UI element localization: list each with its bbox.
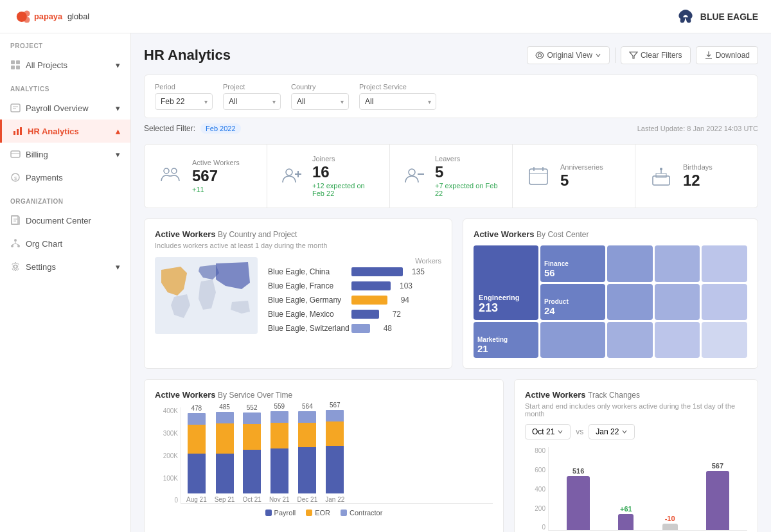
sep21-payroll xyxy=(216,454,234,493)
project-select[interactable]: All xyxy=(223,93,281,110)
cost-cell-4 xyxy=(655,245,700,281)
analytics-section-label: ANALYTICS xyxy=(0,76,130,96)
svg-point-2 xyxy=(24,17,30,23)
stat-card-leavers: Leavers 5 +7 expected on Feb 22 xyxy=(390,145,513,208)
cost-center-chart-card: Active Workers By Cost Center Engineerin… xyxy=(463,218,758,369)
germany-bar xyxy=(351,296,387,305)
filter-chip: Feb 2022 xyxy=(200,123,240,134)
bar-nov21: 559 Nov 21 xyxy=(269,403,290,503)
period-filter-group: Period Feb 22 xyxy=(155,83,213,110)
engineering-cell: Engineering 213 xyxy=(474,245,538,320)
country-row-china: Blue Eagle, China 135 xyxy=(268,267,441,276)
page-title: HR Analytics xyxy=(144,47,231,64)
cost-cell-5 xyxy=(702,245,747,281)
bar-aug21: 478 Aug 21 xyxy=(186,405,207,503)
svg-text:$: $ xyxy=(14,175,17,181)
bottom-charts: Active Workers By Service Over Time 400K… xyxy=(144,379,758,532)
divider xyxy=(615,48,616,63)
sidebar-item-org-chart[interactable]: Org Chart xyxy=(0,232,130,255)
header: papaya global BLUE EAGLE xyxy=(0,0,771,33)
joiners-track-bar xyxy=(618,514,634,530)
project-service-filter-group: Project Service All xyxy=(359,83,436,110)
svg-point-36 xyxy=(409,169,415,175)
svg-rect-13 xyxy=(17,129,19,135)
chevron-up-icon: ▴ xyxy=(116,127,120,136)
leavers-value: 5 xyxy=(435,164,499,181)
sidebar-item-settings[interactable]: Settings ▾ xyxy=(0,255,130,278)
filters-row: Period Feb 22 Project All xyxy=(144,75,758,118)
svg-rect-8 xyxy=(16,66,20,69)
company-name: BLUE EAGLE xyxy=(700,12,758,22)
cost-cell-10 xyxy=(702,284,747,320)
original-view-button[interactable]: Original View xyxy=(527,46,609,64)
country-list: Workers Blue Eagle, China 135 Blue Ea xyxy=(268,257,441,347)
sidebar: PROJECT All Projects ▾ ANALYTICS Payroll… xyxy=(0,33,131,532)
joiners-value: 16 xyxy=(312,164,377,181)
clear-filters-button[interactable]: Clear Filters xyxy=(621,46,691,64)
france-bar xyxy=(351,281,391,290)
country-chart-subtitle: Includes workers active at least 1 day d… xyxy=(155,242,441,249)
sidebar-item-hr-analytics[interactable]: HR Analytics ▴ xyxy=(0,120,130,143)
leavers-label: Leavers xyxy=(435,155,499,163)
bar-jan22: 567 Jan 22 xyxy=(325,402,344,503)
svg-point-33 xyxy=(286,169,292,175)
country-chart-title: Active Workers By Country and Project xyxy=(155,229,441,239)
cost-cell-15 xyxy=(702,322,747,358)
china-bar xyxy=(351,267,403,276)
download-button[interactable]: Download xyxy=(696,46,758,64)
sidebar-item-all-projects[interactable]: All Projects ▾ xyxy=(0,53,130,76)
chevron-down-icon6 xyxy=(557,429,563,435)
country-row-switzerland: Blue Eagle, Switzerland 48 xyxy=(268,324,441,333)
country-chart-card: Active Workers By Country and Project In… xyxy=(144,218,452,369)
last-update: Lasted Update: 8 Jan 2022 14:03 UTC xyxy=(637,125,758,132)
bar-dec21: 564 Dec 21 xyxy=(297,403,318,503)
stat-card-birthdays: Birthdays 12 xyxy=(635,145,758,208)
cost-cell-14 xyxy=(655,322,700,358)
country-select-wrapper: All xyxy=(291,93,349,110)
svg-line-26 xyxy=(12,244,15,245)
track-chart-body: 800 600 400 200 0 516 xyxy=(525,447,747,532)
sidebar-item-payroll-overview[interactable]: Payroll Overview ▾ xyxy=(0,96,130,120)
svg-point-1 xyxy=(24,10,30,17)
svg-line-27 xyxy=(15,244,19,245)
main-content: HR Analytics Original View Clear Filters xyxy=(131,33,771,532)
app-container: papaya global BLUE EAGLE PROJECT All Pro… xyxy=(0,0,771,532)
country-select[interactable]: All xyxy=(291,93,349,110)
charts-row-1: Active Workers By Country and Project In… xyxy=(144,218,758,369)
org-section-label: ORGANIZATION xyxy=(0,189,130,209)
document-icon xyxy=(10,215,21,226)
sidebar-item-billing[interactable]: Billing ▾ xyxy=(0,143,130,166)
leavers-track-bar xyxy=(662,524,678,530)
time-chart-card: Active Workers By Service Over Time 400K… xyxy=(144,379,504,532)
sep21-eor xyxy=(216,423,234,454)
filter-icon xyxy=(629,51,638,60)
aug21-eor xyxy=(188,425,206,454)
oct21-payroll xyxy=(243,450,261,493)
sidebar-item-document-center[interactable]: Document Center xyxy=(0,209,130,232)
download-icon xyxy=(704,51,713,60)
period-select[interactable]: Feb 22 xyxy=(155,93,213,110)
svg-rect-12 xyxy=(13,131,15,135)
svg-point-32 xyxy=(172,168,177,173)
cost-cell-3 xyxy=(607,245,653,281)
project-service-select[interactable]: All xyxy=(359,93,436,110)
period1-button[interactable]: Oct 21 xyxy=(525,424,571,439)
svg-rect-38 xyxy=(529,169,547,184)
birthdays-value: 12 xyxy=(683,172,713,189)
anniversaries-label: Anniverseries xyxy=(560,163,603,171)
active-workers-value: 567 xyxy=(192,168,240,184)
world-map xyxy=(155,257,258,347)
download-label: Download xyxy=(716,51,750,60)
eagle-icon xyxy=(676,7,695,26)
joiners-icon xyxy=(280,163,303,189)
time-chart-title: Active Workers By Service Over Time xyxy=(155,390,493,400)
jan22-contractor xyxy=(326,410,344,421)
birthdays-label: Birthdays xyxy=(683,163,713,171)
svg-rect-9 xyxy=(11,104,20,112)
period2-button[interactable]: Jan 22 xyxy=(589,424,635,439)
joiners-sub: +12 expected on Feb 22 xyxy=(312,182,377,197)
main-layout: PROJECT All Projects ▾ ANALYTICS Payroll… xyxy=(0,33,771,532)
settings-icon xyxy=(10,262,21,272)
selected-filter: Selected Filter: Feb 2022 xyxy=(144,123,241,134)
sidebar-item-payments[interactable]: $ Payments xyxy=(0,166,130,189)
